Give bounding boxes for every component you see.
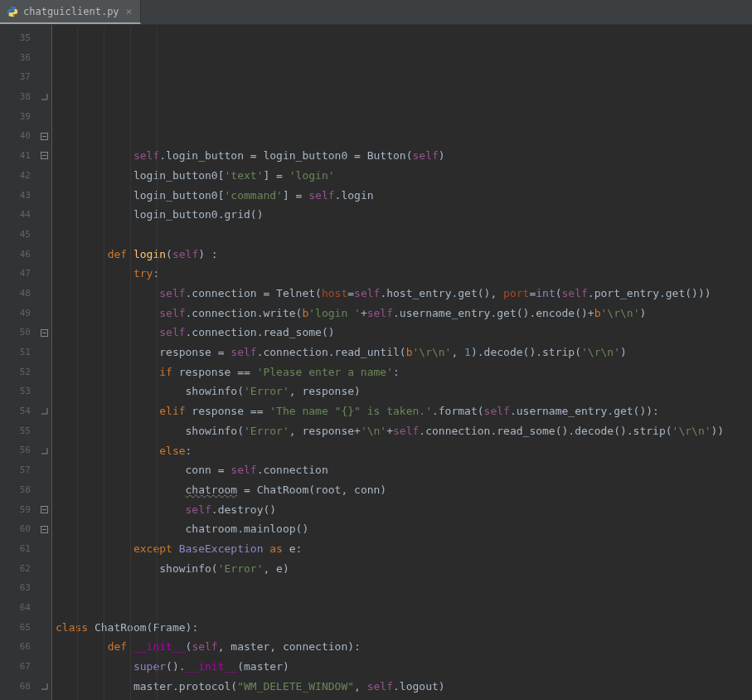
fold-marker[interactable] (37, 677, 51, 697)
line-number: 63 (0, 578, 37, 598)
fold-marker (37, 67, 51, 87)
close-icon[interactable]: × (124, 5, 134, 17)
fold-marker[interactable] (37, 323, 51, 343)
line-number: 67 (0, 657, 37, 677)
line-number: 41 (0, 146, 37, 166)
code-line[interactable]: login_button0['command'] = self.login (56, 186, 752, 206)
fold-marker (37, 382, 51, 401)
line-number: 64 (0, 598, 37, 618)
fold-marker (37, 264, 51, 284)
code-area[interactable]: self.login_button = login_button0 = Butt… (52, 25, 752, 700)
fold-marker (37, 304, 51, 323)
fold-marker (37, 362, 51, 382)
line-number: 48 (0, 284, 37, 304)
fold-marker (37, 245, 51, 265)
code-line[interactable]: self.connection.write(b'login '+self.use… (56, 304, 752, 323)
code-line[interactable]: master.protocol("WM_DELETE_WINDOW", self… (56, 677, 752, 697)
code-line[interactable]: try: (56, 264, 752, 284)
code-line[interactable]: showinfo('Error', response) (56, 382, 752, 401)
line-number: 38 (0, 87, 37, 107)
code-line[interactable]: self.connection.read_some() (56, 323, 752, 343)
line-number: 59 (0, 500, 37, 520)
code-line[interactable]: class ChatRoom(Frame): (56, 618, 752, 638)
line-number: 50 (0, 323, 37, 343)
line-number: 43 (0, 186, 37, 206)
fold-marker (37, 205, 51, 225)
line-number: 42 (0, 166, 37, 186)
code-line[interactable]: showinfo('Error', e) (56, 559, 752, 579)
fold-marker (37, 460, 51, 480)
line-number: 52 (0, 362, 37, 382)
code-line[interactable] (56, 598, 752, 618)
line-number: 56 (0, 440, 37, 460)
fold-marker (37, 598, 51, 618)
code-line[interactable]: def login(self) : (56, 245, 752, 265)
code-line[interactable]: chatroom.mainloop() (56, 519, 752, 539)
code-line[interactable]: self.connection = Telnet(host=self.host_… (56, 284, 752, 304)
code-line[interactable]: else: (56, 441, 752, 461)
line-number: 55 (0, 421, 37, 441)
fold-marker (37, 421, 51, 441)
line-number: 35 (0, 28, 37, 48)
line-number: 57 (0, 460, 37, 480)
line-number: 54 (0, 401, 37, 421)
code-line[interactable]: def __init__(self, master, connection): (56, 637, 752, 657)
fold-marker (37, 225, 51, 245)
fold-marker (37, 166, 51, 186)
fold-marker (37, 343, 51, 362)
line-number: 60 (0, 519, 37, 539)
code-line[interactable]: except BaseException as e: (56, 539, 752, 559)
code-editor[interactable]: 3536373839404142434445464748495051525354… (0, 25, 752, 700)
line-number: 47 (0, 264, 37, 284)
line-number: 45 (0, 225, 37, 245)
code-line[interactable]: super().__init__(master) (56, 657, 752, 677)
fold-marker[interactable] (37, 401, 51, 421)
code-line[interactable]: self.login_button = login_button0 = Butt… (56, 146, 752, 166)
fold-marker (37, 186, 51, 206)
line-number: 37 (0, 67, 37, 87)
line-number: 40 (0, 126, 37, 146)
code-line[interactable]: login_button0['text'] = 'login' (56, 166, 752, 186)
fold-marker (37, 559, 51, 579)
fold-marker (37, 618, 51, 638)
code-line[interactable]: elif response == 'The name "{}" is taken… (56, 401, 752, 421)
fold-marker[interactable] (37, 519, 51, 539)
fold-marker (37, 657, 51, 677)
fold-marker (37, 284, 51, 304)
fold-marker (37, 578, 51, 598)
line-number: 68 (0, 677, 37, 697)
fold-marker[interactable] (37, 440, 51, 460)
line-number: 58 (0, 480, 37, 500)
fold-marker (37, 28, 51, 48)
line-number: 49 (0, 304, 37, 323)
fold-marker (37, 637, 51, 657)
line-number-gutter: 3536373839404142434445464748495051525354… (0, 25, 37, 700)
line-number: 46 (0, 245, 37, 265)
line-number: 44 (0, 205, 37, 225)
code-line[interactable]: response = self.connection.read_until(b'… (56, 343, 752, 362)
line-number: 36 (0, 48, 37, 68)
fold-marker[interactable] (37, 126, 51, 146)
code-line[interactable]: showinfo('Error', response+'\n'+self.con… (56, 421, 752, 441)
line-number: 61 (0, 539, 37, 559)
fold-marker[interactable] (37, 500, 51, 520)
tab-filename: chatguiclient.py (23, 6, 119, 17)
code-line[interactable]: if response == 'Please enter a name': (56, 362, 752, 382)
fold-gutter[interactable] (37, 25, 52, 700)
code-line[interactable]: self.destroy() (56, 500, 752, 520)
code-line[interactable]: self.connection = connection (56, 696, 752, 700)
fold-marker[interactable] (37, 146, 51, 166)
code-line[interactable] (56, 578, 752, 598)
code-line[interactable]: conn = self.connection (56, 460, 752, 480)
line-number: 62 (0, 559, 37, 579)
line-number: 66 (0, 637, 37, 657)
line-number: 65 (0, 618, 37, 638)
fold-marker[interactable] (37, 87, 51, 107)
line-number: 51 (0, 343, 37, 362)
code-line[interactable]: login_button0.grid() (56, 205, 752, 225)
tab-bar: chatguiclient.py × (0, 0, 752, 25)
code-line[interactable]: chatroom = ChatRoom(root, conn) (56, 480, 752, 500)
code-line[interactable] (56, 225, 752, 245)
fold-marker (37, 480, 51, 500)
file-tab[interactable]: chatguiclient.py × (0, 0, 141, 24)
